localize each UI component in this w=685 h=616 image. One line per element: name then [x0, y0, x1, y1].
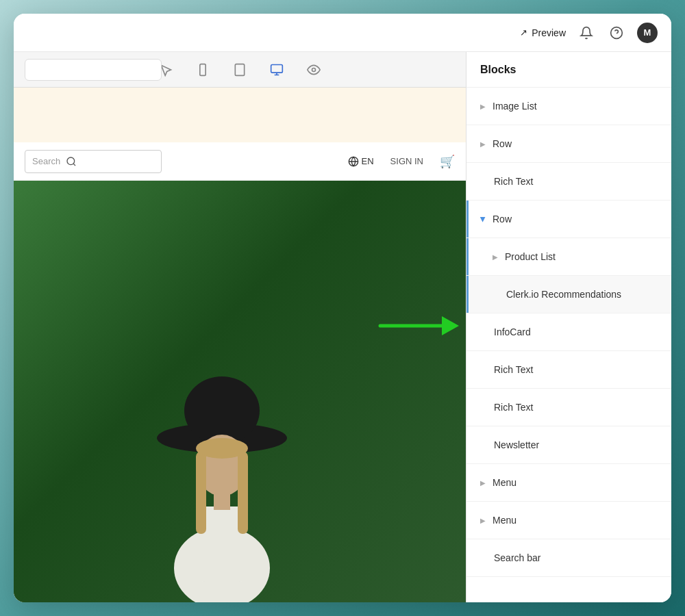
url-bar — [25, 59, 162, 81]
chevron-icon: ▶ — [493, 253, 498, 261]
block-item-newsletter[interactable]: Newsletter — [466, 426, 671, 464]
preview-button[interactable]: ↗ Preview — [520, 27, 566, 38]
content-area: Search — [14, 52, 671, 602]
hero-figure — [133, 370, 311, 602]
blocks-header: Blocks — [466, 52, 671, 88]
block-item-row-2[interactable]: ▶Row — [466, 201, 671, 238]
device-toolbar — [14, 52, 466, 88]
block-label-rich-text-3: Rich Text — [494, 402, 533, 413]
preview-icon: ↗ — [520, 27, 527, 38]
lang-label: EN — [362, 156, 374, 166]
block-label-image-list: Image List — [493, 101, 537, 112]
active-indicator-bar — [466, 201, 469, 238]
blocks-list: ▶Image List▶RowRich Text▶Row▶Product Lis… — [466, 88, 671, 602]
block-item-infocard[interactable]: InfoCard — [466, 313, 671, 351]
svg-rect-20 — [238, 452, 248, 534]
svg-rect-19 — [196, 452, 206, 534]
canvas-area: Search — [14, 52, 466, 602]
preview-view-button[interactable] — [303, 60, 324, 80]
block-item-menu-2[interactable]: ▶Menu — [466, 502, 671, 539]
language-selector[interactable]: EN — [348, 156, 374, 167]
blocks-panel: Blocks ▶Image List▶RowRich Text▶Row▶Prod… — [466, 52, 671, 602]
svg-rect-6 — [271, 64, 283, 73]
svg-rect-22 — [214, 489, 230, 510]
svg-line-11 — [73, 164, 75, 166]
block-item-search-bar[interactable]: Search bar — [466, 539, 671, 577]
site-preview: Search — [14, 88, 466, 602]
desktop-view-button[interactable] — [266, 60, 287, 80]
block-item-product-list[interactable]: ▶Product List — [466, 238, 671, 276]
blocks-panel-title: Blocks — [480, 64, 516, 76]
block-label-clerk-recommendations: Clerk.io Recommendations — [506, 289, 621, 300]
site-inner: Search — [14, 88, 466, 602]
chevron-icon: ▶ — [480, 140, 486, 148]
block-item-image-list[interactable]: ▶Image List — [466, 88, 671, 125]
svg-rect-2 — [200, 64, 206, 75]
block-label-row-1: Row — [493, 138, 512, 149]
block-label-product-list: Product List — [505, 251, 556, 262]
block-item-clerk-recommendations[interactable]: Clerk.io Recommendations — [466, 276, 671, 313]
block-label-rich-text-1: Rich Text — [494, 176, 533, 187]
banner-area — [14, 88, 466, 142]
block-label-row-2: Row — [493, 214, 512, 224]
mobile-view-button[interactable] — [192, 60, 213, 80]
block-item-rich-text-2[interactable]: Rich Text — [466, 351, 671, 389]
svg-point-21 — [196, 438, 248, 459]
chevron-icon: ▶ — [480, 103, 486, 110]
nav-bar: Search — [14, 142, 466, 181]
block-item-rich-text-1[interactable]: Rich Text — [466, 163, 671, 201]
globe-icon — [348, 156, 359, 167]
svg-rect-4 — [235, 64, 244, 75]
main-card: ↗ Preview M — [14, 14, 671, 602]
chevron-icon: ▶ — [480, 517, 486, 524]
search-box[interactable]: Search — [25, 150, 162, 173]
chevron-icon: ▶ — [480, 216, 487, 222]
block-label-infocard: InfoCard — [494, 326, 531, 337]
top-bar: ↗ Preview M — [14, 14, 671, 52]
block-label-search-bar: Search bar — [494, 552, 540, 563]
block-label-menu-1: Menu — [493, 477, 516, 488]
signin-link[interactable]: SIGN IN — [390, 156, 423, 166]
green-arrow — [377, 313, 459, 341]
chevron-icon: ▶ — [480, 479, 486, 487]
svg-marker-24 — [442, 316, 459, 335]
block-label-menu-2: Menu — [493, 515, 516, 526]
search-label: Search — [32, 156, 60, 166]
user-avatar[interactable]: M — [637, 23, 658, 43]
cart-icon[interactable]: 🛒 — [440, 154, 455, 169]
block-item-row-1[interactable]: ▶Row — [466, 125, 671, 163]
block-item-rich-text-3[interactable]: Rich Text — [466, 389, 671, 426]
active-indicator-bar — [466, 276, 469, 313]
preview-label: Preview — [532, 27, 566, 38]
notifications-button[interactable] — [577, 23, 596, 42]
help-button[interactable] — [607, 23, 626, 42]
svg-point-10 — [67, 157, 75, 165]
tablet-view-button[interactable] — [229, 60, 250, 80]
active-indicator-bar — [466, 238, 469, 275]
block-label-rich-text-2: Rich Text — [494, 364, 533, 375]
hero-image-area — [14, 181, 466, 602]
block-item-menu-1[interactable]: ▶Menu — [466, 464, 671, 502]
block-label-newsletter: Newsletter — [494, 439, 539, 450]
search-icon — [66, 156, 77, 167]
svg-point-9 — [312, 68, 316, 71]
